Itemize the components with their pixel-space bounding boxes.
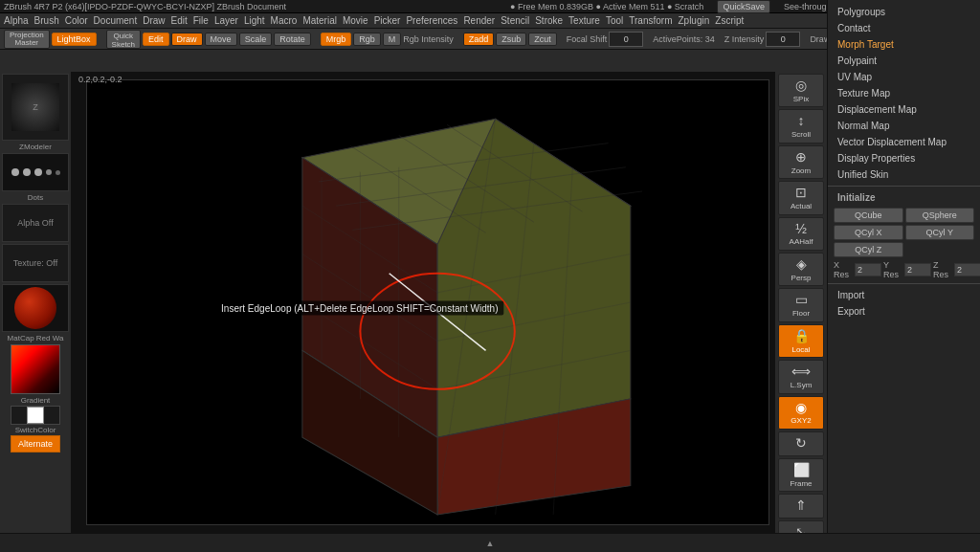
menubar-item-render[interactable]: Render [463,15,495,26]
spix-icon: ◎ [795,77,807,94]
quick-sketch-btn[interactable]: Quick Sketch [106,30,141,49]
lsym-icon: ⟺ [791,364,811,380]
menubar-item-material[interactable]: Material [302,15,337,26]
y-res-input[interactable] [904,263,931,276]
local-icon: 🔒 [793,328,810,344]
frame-icon: ⬜ [793,462,810,478]
projection-master-btn[interactable]: Projection Master [4,30,50,49]
zsub-btn[interactable]: Zsub [496,33,526,46]
bottom-bar: ▲ [0,533,980,552]
menubar-item-movie[interactable]: Movie [343,15,368,26]
gxyz-btn[interactable]: ◉ GXY2 [778,396,824,430]
menubar-item-texture[interactable]: Texture [568,15,600,26]
floor-btn[interactable]: ▭ Floor [778,288,824,321]
spix-btn[interactable]: ◎ SPix [778,74,824,107]
x-res-input[interactable] [855,263,881,276]
menubar-item-color[interactable]: Color [65,15,88,26]
canvas-inner[interactable]: Insert EdgeLoop (ALT+Delete EdgeLoop SHI… [86,79,769,525]
menu-item-polypaint[interactable]: Polypaint [828,53,980,69]
init-grid: QCube QSphere QCyl X QCyl Y QCyl Z [828,206,980,259]
z-res-input[interactable] [954,263,980,276]
zoom-icon: ⊕ [795,149,807,166]
z-intensity-label: Z Intensity [724,34,765,44]
dots-thumb[interactable] [2,153,69,191]
menubar-item-layer[interactable]: Layer [214,15,238,26]
menu-item-export[interactable]: Export [828,303,980,320]
lsym-btn[interactable]: ⟺ L.Sym [778,360,824,393]
qcyl-y-btn[interactable]: QCyl Y [905,225,975,240]
menubar-item-transform[interactable]: Transform [629,15,672,26]
menu-item-vector-displacement[interactable]: Vector Displacement Map [828,134,980,150]
qsphere-btn[interactable]: QSphere [905,208,975,223]
canvas-area[interactable]: Insert EdgeLoop (ALT+Delete EdgeLoop SHI… [72,72,774,533]
menubar-item-alpha[interactable]: Alpha [4,15,29,26]
draw-btn[interactable]: Draw [171,33,203,46]
menubar-item-brush[interactable]: Brush [34,15,59,26]
initialize-header: Initialize [828,189,980,206]
rotate-btn[interactable]: Rotate [274,33,311,46]
zmodeler-label: ZModeler [0,143,71,151]
edit-btn[interactable]: Edit [143,33,169,46]
alpha-thumb[interactable]: Alpha Off [2,204,69,242]
rgb-intensity-label: Rgb Intensity [403,34,454,44]
actual-btn[interactable]: ⊡ Actual [778,181,824,214]
menubar-item-zplugin[interactable]: Zplugin [678,15,709,26]
menu-item-uv-map[interactable]: UV Map [828,69,980,85]
zoom-btn[interactable]: ⊕ Zoom [778,145,824,179]
zmodeler-thumb[interactable]: Z [2,74,69,141]
color-swatch[interactable] [11,344,60,394]
menubar-item-draw[interactable]: Draw [143,15,165,26]
scale-btn[interactable]: Scale [239,33,273,46]
qcyl-x-btn[interactable]: QCyl X [834,225,903,240]
menu-item-normal-map[interactable]: Normal Map [828,118,980,134]
move-btn2[interactable]: ⇑ [778,494,824,519]
menu-item-display-props[interactable]: Display Properties [828,150,980,166]
menubar-item-light[interactable]: Light [244,15,265,26]
focal-shift-input[interactable] [609,32,643,47]
menubar-item-tool[interactable]: Tool [606,15,623,26]
lightbox-btn[interactable]: LightBox [52,33,97,46]
memory-info: ● Free Mem 0.839GB ● Active Mem 511 ● Sc… [510,2,703,11]
local-btn[interactable]: 🔒 Local [778,324,824,358]
move-btn[interactable]: Move [205,33,237,46]
menubar-item-macro[interactable]: Macro [271,15,298,26]
texture-thumb[interactable]: Texture: Off [2,244,69,282]
menubar-item-preferences[interactable]: Preferences [406,15,457,26]
z-intensity-input[interactable] [766,32,800,47]
menubar-item-edit[interactable]: Edit [171,15,188,26]
persp-btn[interactable]: ◈ Persp [778,253,824,286]
menubar-item-stroke[interactable]: Stroke [535,15,563,26]
menubar-item-file[interactable]: File [193,15,209,26]
right-menu-panel: Polygroups Contact Morph Target Polypain… [827,0,980,552]
alternate-btn[interactable]: Alternate [11,435,60,453]
mrgb-btn[interactable]: Mrgb [321,33,352,46]
zcut-btn[interactable]: Zcut [528,33,557,46]
qcyl-z-btn[interactable]: QCyl Z [834,242,903,257]
menubar-item-zscript[interactable]: Zscript [715,15,744,26]
actual-icon: ⊡ [795,185,807,201]
menubar-item-picker[interactable]: Picker [374,15,401,26]
menu-item-import[interactable]: Import [828,287,980,303]
spin-btn[interactable]: ↻ [778,431,824,456]
menubar-item-stencil[interactable]: Stencil [501,15,529,26]
qcube-btn[interactable]: QCube [834,208,903,223]
bottom-arrow[interactable]: ▲ [486,539,495,548]
zadd-btn[interactable]: Zadd [463,33,495,46]
menubar-item-document[interactable]: Document [94,15,138,26]
matcap-thumb[interactable] [2,284,69,332]
aahalf-btn[interactable]: ½ AAHalf [778,217,824,251]
m-btn[interactable]: M [383,33,402,46]
gxyz-icon: ◉ [795,400,807,416]
rgb-btn[interactable]: Rgb [353,33,381,46]
menu-item-unified-skin[interactable]: Unified Skin [828,166,980,183]
quicksave-btn[interactable]: QuickSave [717,0,770,13]
menu-item-texture-map[interactable]: Texture Map [828,85,980,101]
menu-item-morph-target[interactable]: Morph Target [828,36,980,53]
spin-icon: ↻ [795,435,807,452]
menu-item-polygroups[interactable]: Polygroups [828,4,980,20]
switch-color-btn[interactable] [11,406,60,425]
menu-item-displacement-map[interactable]: Displacement Map [828,101,980,118]
scroll-btn[interactable]: ↕ Scroll [778,109,824,143]
menu-item-contact[interactable]: Contact [828,20,980,36]
frame-btn[interactable]: ⬜ Frame [778,458,824,492]
